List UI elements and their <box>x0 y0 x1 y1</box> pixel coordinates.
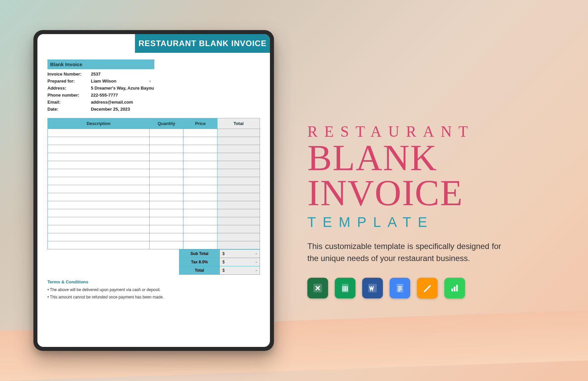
table-cell[interactable] <box>183 161 217 169</box>
tablet-mockup: RESTAURANT BLANK INVOICE Blank Invoice I… <box>33 30 274 351</box>
table-row[interactable] <box>48 169 260 177</box>
table-row[interactable] <box>48 161 260 169</box>
table-cell[interactable] <box>48 129 150 137</box>
table-cell[interactable] <box>48 225 150 233</box>
app-icons-row <box>307 278 555 298</box>
table-cell[interactable] <box>149 185 183 193</box>
table-row[interactable] <box>48 185 260 193</box>
svg-rect-14 <box>454 287 455 291</box>
line-items-table: DescriptionQuantityPriceTotal <box>47 118 260 249</box>
table-cell[interactable] <box>149 233 183 241</box>
table-cell[interactable] <box>149 169 183 177</box>
table-cell[interactable] <box>48 137 150 145</box>
table-row[interactable] <box>48 129 260 137</box>
apple-numbers-icon[interactable] <box>444 278 465 298</box>
table-cell[interactable] <box>183 201 217 209</box>
table-row[interactable] <box>48 217 260 225</box>
column-header: Description <box>48 118 150 129</box>
table-cell[interactable] <box>217 233 260 241</box>
table-row[interactable] <box>48 201 260 209</box>
table-cell[interactable] <box>183 145 217 153</box>
term-item: • This amount cannot be refunded once pa… <box>47 294 260 301</box>
table-cell[interactable] <box>183 129 217 137</box>
table-cell[interactable] <box>217 185 260 193</box>
table-row[interactable] <box>48 241 260 249</box>
table-cell[interactable] <box>217 217 260 225</box>
summary-label: Tax 8.0% <box>179 258 219 266</box>
table-cell[interactable] <box>48 177 150 185</box>
table-cell[interactable] <box>149 153 183 161</box>
excel-icon[interactable] <box>307 278 328 298</box>
table-cell[interactable] <box>217 209 260 217</box>
table-cell[interactable] <box>48 153 150 161</box>
table-cell[interactable] <box>217 225 260 233</box>
table-cell[interactable] <box>149 129 183 137</box>
table-cell[interactable] <box>217 201 260 209</box>
apple-pages-icon[interactable] <box>417 278 438 298</box>
table-cell[interactable] <box>217 153 260 161</box>
table-cell[interactable] <box>48 233 150 241</box>
table-cell[interactable] <box>48 241 150 249</box>
word-icon[interactable] <box>362 278 383 298</box>
table-cell[interactable] <box>183 241 217 249</box>
summary-amount: $- <box>219 266 260 275</box>
table-cell[interactable] <box>183 233 217 241</box>
table-cell[interactable] <box>48 217 150 225</box>
table-cell[interactable] <box>217 137 260 145</box>
table-cell[interactable] <box>48 169 150 177</box>
table-row[interactable] <box>48 233 260 241</box>
table-cell[interactable] <box>149 177 183 185</box>
table-cell[interactable] <box>149 193 183 201</box>
table-cell[interactable] <box>183 137 217 145</box>
promo-description: This customizable template is specifical… <box>307 240 501 264</box>
table-cell[interactable] <box>149 161 183 169</box>
table-cell[interactable] <box>183 169 217 177</box>
table-cell[interactable] <box>48 161 150 169</box>
table-cell[interactable] <box>149 225 183 233</box>
table-cell[interactable] <box>149 145 183 153</box>
table-cell[interactable] <box>217 193 260 201</box>
table-cell[interactable] <box>183 217 217 225</box>
table-cell[interactable] <box>217 241 260 249</box>
detail-value: address@email.com <box>91 100 260 105</box>
detail-value[interactable]: Liam Wilson <box>91 79 260 84</box>
chevron-down-icon[interactable]: ▾ <box>149 80 151 83</box>
table-row[interactable] <box>48 137 260 145</box>
summary-row: Total$- <box>179 266 260 275</box>
detail-row: Invoice Number:2537 <box>47 71 260 78</box>
detail-label: Email: <box>47 100 91 105</box>
table-cell[interactable] <box>217 161 260 169</box>
table-row[interactable] <box>48 145 260 153</box>
table-cell[interactable] <box>183 193 217 201</box>
summary-row: Sub Total$- <box>179 250 260 258</box>
table-cell[interactable] <box>183 225 217 233</box>
google-docs-icon[interactable] <box>390 278 410 298</box>
detail-label: Date: <box>47 107 91 112</box>
table-cell[interactable] <box>149 217 183 225</box>
table-cell[interactable] <box>48 145 150 153</box>
table-cell[interactable] <box>48 185 150 193</box>
table-cell[interactable] <box>48 201 150 209</box>
table-row[interactable] <box>48 209 260 217</box>
table-cell[interactable] <box>217 169 260 177</box>
table-cell[interactable] <box>149 241 183 249</box>
table-row[interactable] <box>48 153 260 161</box>
table-cell[interactable] <box>149 209 183 217</box>
table-cell[interactable] <box>183 185 217 193</box>
table-cell[interactable] <box>149 137 183 145</box>
table-cell[interactable] <box>217 129 260 137</box>
table-cell[interactable] <box>48 209 150 217</box>
table-row[interactable] <box>48 177 260 185</box>
table-cell[interactable] <box>183 209 217 217</box>
table-cell[interactable] <box>183 153 217 161</box>
google-sheets-icon[interactable] <box>335 278 355 298</box>
table-cell[interactable] <box>149 201 183 209</box>
table-cell[interactable] <box>48 193 150 201</box>
table-cell[interactable] <box>217 145 260 153</box>
table-cell[interactable] <box>217 177 260 185</box>
table-cell[interactable] <box>183 177 217 185</box>
detail-label: Phone number: <box>47 93 91 98</box>
table-row[interactable] <box>48 225 260 233</box>
table-row[interactable] <box>48 193 260 201</box>
term-item: • The above will be delivered upon payme… <box>47 286 260 294</box>
